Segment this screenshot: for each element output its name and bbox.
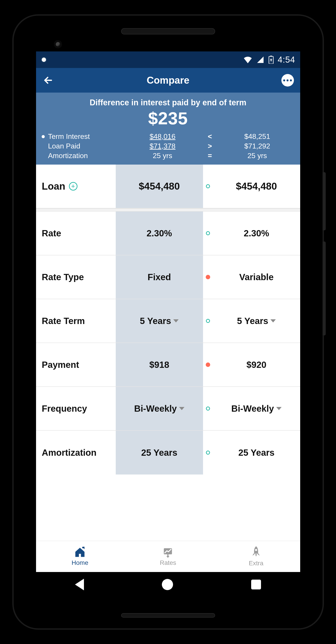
row-label: Frequency	[42, 404, 87, 414]
row-label: Rate Term	[42, 316, 85, 326]
diff-indicator	[203, 184, 213, 188]
same-icon	[206, 406, 210, 410]
svg-point-2	[82, 547, 84, 548]
cell-value: $918	[149, 360, 169, 370]
row-bullet-icon	[42, 135, 45, 138]
phone-side-button	[322, 242, 326, 336]
app-bar: Compare	[36, 68, 300, 92]
payment-option-b[interactable]: $920	[213, 360, 300, 370]
cell-value: 25 Years	[238, 448, 275, 458]
summary-row-label: Amortization	[48, 152, 122, 160]
svg-point-5	[255, 549, 257, 551]
section-divider	[36, 208, 300, 212]
summary-row-value-b: $71,292	[217, 142, 298, 150]
tab-label: Extra	[249, 560, 263, 567]
chevron-down-icon	[173, 319, 179, 322]
android-recents-button[interactable]	[251, 580, 261, 590]
loan-option-b[interactable]: $454,480	[213, 181, 300, 192]
row-label: Rate Type	[42, 272, 84, 282]
tab-label: Rates	[160, 559, 176, 566]
cell-value: $454,480	[236, 181, 277, 192]
same-icon	[206, 319, 210, 323]
row-payment: Payment $918 $920	[36, 343, 300, 387]
row-loan: Loan + $454,480 $454,480	[36, 164, 300, 208]
cell-value: Fixed	[148, 272, 171, 282]
cell-value: $920	[246, 360, 266, 370]
android-home-button[interactable]	[162, 579, 173, 590]
bottom-tabs: Home Rates	[36, 541, 300, 572]
summary-row-value-b: $48,251	[217, 132, 298, 141]
row-label: Rate	[42, 228, 61, 238]
frequency-select-b[interactable]: Bi-Weekly	[213, 404, 300, 414]
row-label: Loan	[42, 181, 65, 192]
amortization-option-b[interactable]: 25 Years	[213, 448, 300, 458]
row-rate: Rate 2.30% 2.30%	[36, 212, 300, 255]
android-nav-bar	[36, 572, 300, 597]
diff-indicator	[203, 275, 213, 279]
home-icon	[74, 547, 86, 558]
summary-headline: Difference in interest paid by end of te…	[38, 98, 298, 107]
tab-home[interactable]: Home	[36, 541, 124, 572]
svg-rect-4	[167, 554, 169, 556]
chevron-down-icon	[276, 407, 282, 410]
chevron-down-icon	[179, 407, 184, 410]
rate-term-select-a[interactable]: 5 Years	[116, 299, 203, 342]
page-title: Compare	[36, 75, 300, 86]
rates-icon	[162, 547, 174, 558]
row-frequency: Frequency Bi-Weekly Bi-Weekly	[36, 387, 300, 431]
summary-row-value-b: 25 yrs	[217, 152, 298, 160]
cell-value: Variable	[239, 272, 273, 282]
dots-icon	[290, 80, 292, 82]
summary-row-comparator: >	[203, 142, 217, 150]
different-icon	[206, 362, 210, 367]
cell-signal-icon	[256, 56, 264, 63]
chevron-down-icon	[270, 319, 276, 322]
rate-term-select-b[interactable]: 5 Years	[213, 316, 300, 326]
status-clock: 4:54	[278, 55, 295, 64]
android-back-button[interactable]	[75, 579, 84, 590]
summary-row-value-a[interactable]: $48,016	[122, 132, 203, 141]
summary-panel: Difference in interest paid by end of te…	[36, 92, 300, 164]
recording-indicator-icon	[41, 57, 47, 62]
add-loan-button[interactable]: +	[69, 182, 78, 190]
payment-option-a[interactable]: $918	[116, 343, 203, 386]
different-icon	[206, 275, 210, 279]
cell-value: 25 Years	[141, 448, 178, 458]
summary-row-amortization[interactable]: Amortization 25 yrs = 25 yrs	[38, 151, 298, 160]
diff-indicator	[203, 319, 213, 323]
dots-icon	[283, 80, 285, 82]
summary-row-loan-paid[interactable]: Loan Paid $71,378 > $71,292	[38, 141, 298, 151]
rate-option-b[interactable]: 2.30%	[213, 228, 300, 238]
row-amortization: Amortization 25 Years 25 Years	[36, 431, 300, 474]
loan-option-a[interactable]: $454,480	[116, 164, 203, 208]
status-bar: 4:54	[36, 52, 300, 68]
tab-extra[interactable]: Extra	[212, 541, 300, 572]
diff-indicator	[203, 362, 213, 367]
tab-label: Home	[72, 559, 88, 566]
rate-type-option-a[interactable]: Fixed	[116, 255, 203, 299]
more-menu-button[interactable]	[281, 74, 294, 86]
cell-value: 5 Years	[237, 316, 268, 326]
frequency-select-a[interactable]: Bi-Weekly	[116, 387, 203, 430]
cell-value: 2.30%	[147, 228, 172, 238]
diff-indicator	[203, 231, 213, 235]
cell-value: Bi-Weekly	[231, 404, 274, 414]
summary-row-term-interest[interactable]: Term Interest $48,016 < $48,251	[38, 132, 298, 141]
compare-table: Loan + $454,480 $454,480 Rate 2.30% 2.30…	[36, 164, 300, 474]
phone-side-button	[322, 172, 326, 230]
back-button[interactable]	[42, 74, 54, 86]
same-icon	[206, 450, 210, 454]
summary-row-value-a[interactable]: $71,378	[122, 142, 203, 150]
dots-icon	[286, 80, 288, 82]
amortization-option-a[interactable]: 25 Years	[116, 431, 203, 474]
cell-value: $454,480	[139, 181, 180, 192]
rate-option-a[interactable]: 2.30%	[116, 212, 203, 255]
row-rate-type: Rate Type Fixed Variable	[36, 255, 300, 299]
tab-rates[interactable]: Rates	[124, 541, 212, 572]
same-icon	[206, 231, 210, 235]
phone-frame: 4:54 Compare Difference in interest paid…	[14, 16, 322, 628]
screen: 4:54 Compare Difference in interest paid…	[36, 52, 300, 597]
diff-indicator	[203, 406, 213, 410]
wifi-icon	[243, 56, 252, 63]
rate-type-option-b[interactable]: Variable	[213, 272, 300, 282]
